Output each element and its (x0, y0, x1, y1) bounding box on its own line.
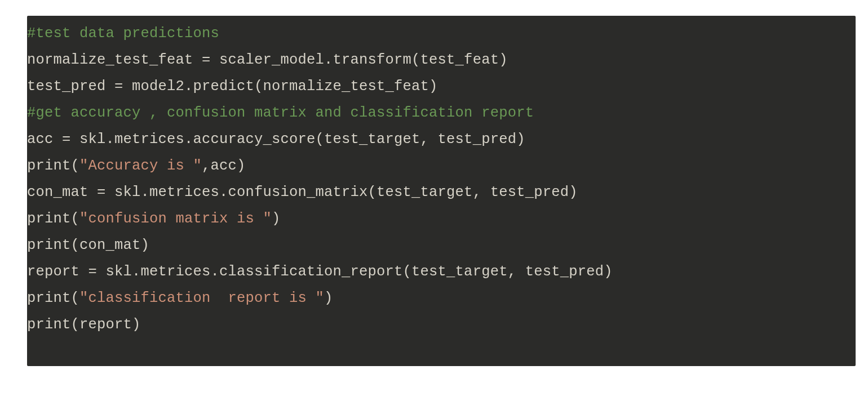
code-line: print("confusion matrix is ") (27, 206, 856, 232)
code-token-default: print( (27, 211, 79, 227)
code-token-default: print( (27, 290, 79, 306)
code-token-comment: #get accuracy , confusion matrix and cla… (27, 105, 534, 121)
code-line: normalize_test_feat = scaler_model.trans… (27, 47, 856, 73)
code-token-default: ) (272, 211, 281, 227)
code-token-default: con_mat = skl.metrices.confusion_matrix(… (27, 184, 578, 200)
code-token-default: acc = skl.metrices.accuracy_score(test_t… (27, 131, 525, 148)
code-token-default: test_pred = model2.predict(normalize_tes… (27, 78, 438, 95)
code-block: #test data predictionsnormalize_test_fea… (27, 16, 856, 366)
code-token-default: print(con_mat) (27, 237, 149, 253)
code-token-default: ) (324, 290, 333, 306)
code-line: report = skl.metrices.classification_rep… (27, 259, 856, 285)
code-line: print(report) (27, 311, 856, 338)
code-line: #get accuracy , confusion matrix and cla… (27, 100, 856, 126)
code-line: acc = skl.metrices.accuracy_score(test_t… (27, 126, 856, 153)
code-line: print("classification report is ") (27, 285, 856, 311)
code-token-string: "classification report is " (79, 290, 324, 306)
code-token-string: "confusion matrix is " (79, 211, 272, 227)
code-token-comment: #test data predictions (27, 25, 219, 42)
code-token-default: ,acc) (202, 158, 246, 174)
code-line: con_mat = skl.metrices.confusion_matrix(… (27, 179, 856, 206)
code-line: test_pred = model2.predict(normalize_tes… (27, 73, 856, 100)
code-line: print("Accuracy is ",acc) (27, 153, 856, 179)
code-line: #test data predictions (27, 20, 856, 47)
code-token-default: print( (27, 158, 79, 174)
code-token-string: "Accuracy is " (79, 158, 202, 174)
code-line: print(con_mat) (27, 232, 856, 259)
code-token-default: print(report) (27, 317, 141, 333)
code-token-default: report = skl.metrices.classification_rep… (27, 264, 613, 280)
code-token-default: normalize_test_feat = scaler_model.trans… (27, 52, 508, 68)
